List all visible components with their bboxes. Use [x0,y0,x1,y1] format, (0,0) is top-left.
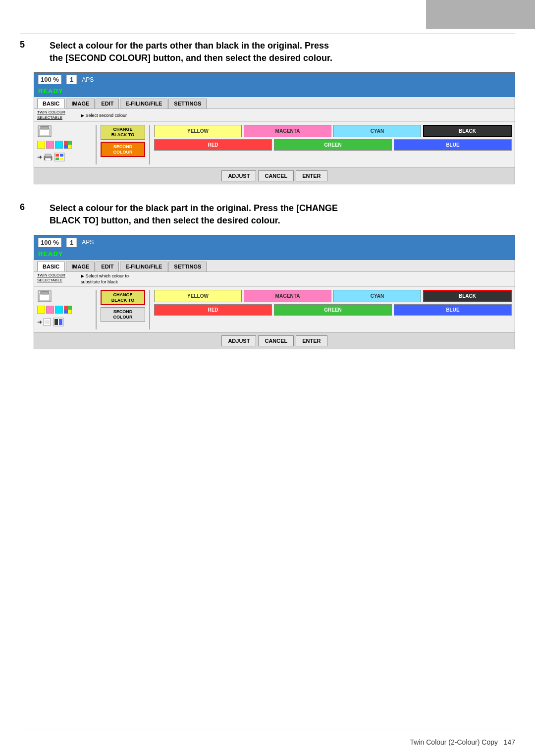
btn-red-2[interactable]: RED [154,304,272,316]
screen1-colour-panel: YELLOW MAGENTA CYAN BLACK RED GREEN BLUE [154,125,512,164]
btn-adjust-2[interactable]: ADJUST [221,335,256,346]
screen2-bottom-icons: ➜ [37,318,64,326]
svg-rect-15 [55,154,59,157]
icon-yellow-2 [37,306,45,314]
btn-blue-1[interactable]: BLUE [394,139,512,151]
footer: Twin Colour (2-Colour) Copy 147 [410,738,515,746]
svg-rect-22 [37,306,45,314]
btn-black-1[interactable]: BLACK [423,125,512,137]
svg-rect-18 [60,158,63,160]
btn-second-colour-1[interactable]: SECOND COLOUR [101,142,145,158]
screen2-colour-row1: YELLOW MAGENTA CYAN BLACK [154,290,512,302]
svg-rect-13 [45,158,51,161]
copy-icon-2 [37,290,54,304]
screen1-colour-row1: YELLOW MAGENTA CYAN BLACK [154,125,512,137]
printer-icon-1 [43,153,53,161]
btn-cancel-1[interactable]: CANCEL [258,170,294,181]
svg-rect-35 [59,319,62,325]
tab-efiling-2[interactable]: E-FILING/FILE [120,262,167,271]
screen1-arrow: ➜ [37,154,42,161]
svg-rect-24 [55,306,63,314]
screen2-left-panel: ➜ [37,290,92,329]
copy-icon-1 [37,125,54,139]
tab-efiling-1[interactable]: E-FILING/FILE [120,99,167,108]
btn-cyan-2[interactable]: CYAN [333,290,421,302]
tab-image-1[interactable]: IMAGE [66,99,95,108]
svg-rect-3 [37,141,45,149]
btn-black-2[interactable]: BLACK [423,290,512,302]
icon-cyan [55,141,63,149]
icon-multi [64,141,72,149]
btn-enter-1[interactable]: ENTER [296,170,327,181]
btn-magenta-2[interactable]: MAGENTA [244,290,331,302]
tab-basic-1[interactable]: BASIC [37,99,65,108]
screen2-num: 1 [66,238,77,247]
screen1-num: 1 [66,75,77,84]
screen2-colour-row2: RED GREEN BLUE [154,304,512,316]
screen2-body: ➜ [34,287,515,332]
btn-second-colour-2[interactable]: SECOND COLOUR [101,307,145,322]
screen1-twin-label: TWIN COLOURSELECTABLE [37,110,77,120]
svg-rect-16 [60,154,63,157]
screen1-small-icons [37,141,72,149]
screen2-header: 100 % 1 APS [34,236,515,249]
step6-text: Select a colour for the black part in th… [50,202,515,227]
svg-rect-27 [64,310,68,314]
btn-red-1[interactable]: RED [154,139,272,151]
step6-text-line1: Select a colour for the black part in th… [50,203,338,213]
screen1-header: 100 % 1 APS [34,73,515,86]
svg-rect-12 [45,154,51,157]
step5-block: 5 Select a colour for the parts other th… [34,40,515,184]
tab-settings-2[interactable]: SETTINGS [168,262,207,271]
btn-adjust-1[interactable]: ADJUST [221,170,256,181]
footer-text: Twin Colour (2-Colour) Copy [410,738,498,746]
screen2-ready: READY [34,249,515,260]
screen2-arrow: ➜ [37,319,42,325]
svg-rect-9 [68,145,72,149]
step6-block: 6 Select a colour for the black part in … [34,202,515,349]
icon-multi-2 [64,306,72,314]
btn-yellow-1[interactable]: YELLOW [154,125,242,137]
btn-change-black-1[interactable]: CHANGE BLACK TO [101,125,145,140]
screen2-twin-label: TWIN COLOURSELECTABLE [37,273,77,283]
btn-yellow-2[interactable]: YELLOW [154,290,242,302]
screen2-aps: APS [82,239,94,246]
svg-rect-8 [64,145,68,149]
svg-rect-26 [68,306,72,310]
btn-green-2[interactable]: GREEN [274,304,392,316]
tab-edit-1[interactable]: EDIT [96,99,119,108]
screen1-left-panel: ➜ [37,125,92,164]
btn-blue-2[interactable]: BLUE [394,304,512,316]
step5-text-line2: the [SECOND COLOUR] button, and then sel… [50,53,332,63]
tab-settings-1[interactable]: SETTINGS [168,99,207,108]
step6-text-line2: BLACK TO] button, and then select the de… [50,216,280,225]
tab-basic-2[interactable]: BASIC [37,262,65,271]
svg-rect-28 [68,310,72,314]
btn-green-1[interactable]: GREEN [274,139,392,151]
svg-rect-30 [44,319,51,325]
svg-rect-5 [55,141,63,149]
btn-change-black-2[interactable]: CHANGE BLACK TO [101,290,145,306]
svg-rect-23 [46,306,54,314]
screen1-pct: 100 % [38,75,61,84]
step5-text: Select a colour for the parts other than… [50,40,515,64]
screen2-mockup: 100 % 1 APS READY BASIC IMAGE EDIT E-FIL… [34,235,515,349]
tab-image-2[interactable]: IMAGE [66,262,95,271]
svg-rect-17 [55,158,59,160]
screen1-divider [96,125,97,164]
screen1-divider2 [149,125,150,164]
btn-cyan-1[interactable]: CYAN [333,125,421,137]
coloured-output-2 [53,318,64,326]
screen1-aps: APS [82,76,94,83]
screen2-small-icons [37,306,72,314]
svg-rect-4 [46,141,54,149]
screen2-divider2 [149,290,150,329]
svg-rect-1 [40,129,50,136]
top-divider [20,34,515,34]
btn-enter-2[interactable]: ENTER [296,335,327,346]
btn-cancel-2[interactable]: CANCEL [258,335,294,346]
step6-number: 6 [20,202,25,213]
tab-edit-2[interactable]: EDIT [96,262,119,271]
screen1-body: ➜ [34,122,515,167]
btn-magenta-1[interactable]: MAGENTA [244,125,331,137]
